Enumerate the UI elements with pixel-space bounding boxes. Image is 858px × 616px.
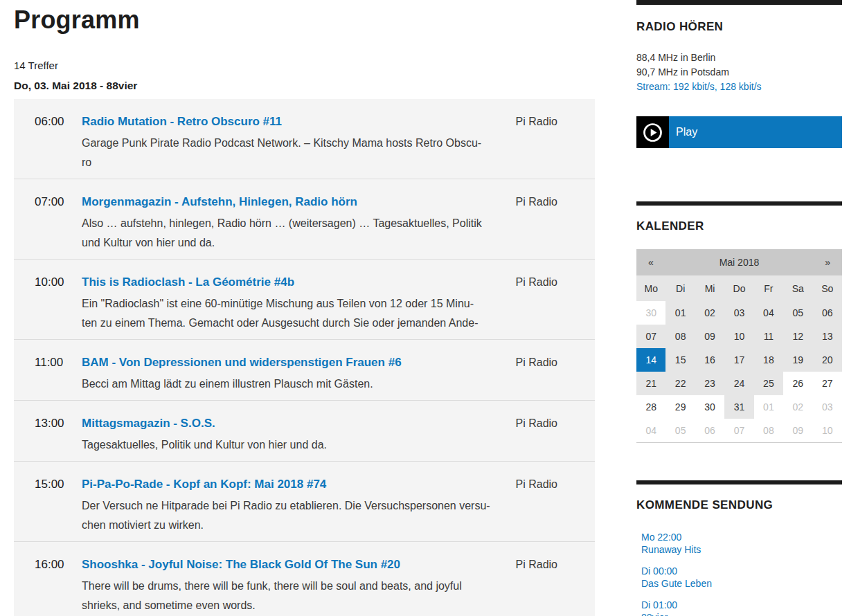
calendar-day[interactable]: 01 (665, 301, 695, 325)
entry-station: Pi Radio (516, 194, 557, 210)
calendar-day[interactable]: 03 (813, 395, 842, 419)
calendar-day[interactable]: 05 (665, 419, 695, 443)
entry-description: Becci am Mittag lädt zu einem illustren … (82, 374, 539, 394)
calendar-day[interactable]: 12 (783, 325, 812, 348)
program-entry: 10:00 This is Radioclash - La Géométrie … (14, 260, 595, 340)
calendar-day[interactable]: 06 (695, 419, 724, 443)
calendar-day[interactable]: 25 (754, 372, 783, 395)
date-heading: Do, 03. Mai 2018 - 88vier (14, 80, 595, 92)
program-entry: 15:00 Pi-Pa-Po-Rade - Kopf an Kopf: Mai … (14, 462, 595, 542)
entry-station: Pi Radio (516, 476, 557, 493)
calendar-day[interactable]: 27 (813, 372, 842, 395)
entry-title-link[interactable]: Pi-Pa-Po-Rade - Kopf an Kopf: Mai 2018 #… (82, 476, 516, 493)
frequency-berlin: 88,4 MHz in Berlin (636, 51, 842, 65)
calendar-dayname: Mo (636, 275, 665, 301)
program-entry: 11:00 BAM - Von Depressionen und widersp… (14, 340, 595, 401)
calendar-day[interactable]: 08 (665, 325, 695, 348)
kommende-sendung-heading: KOMMENDE SENDUNG (636, 498, 842, 512)
calendar-day[interactable]: 15 (665, 348, 695, 372)
calendar-day[interactable]: 17 (724, 348, 753, 372)
entry-time: 07:00 (35, 194, 82, 210)
calendar-day[interactable]: 02 (783, 395, 812, 419)
entry-time: 16:00 (35, 556, 82, 573)
calendar-dayname: Do (724, 275, 753, 301)
entry-title-link[interactable]: Mittagsmagazin - S.O.S. (82, 415, 516, 432)
upcoming-show-name: Runaway Hits (641, 543, 842, 556)
entry-title-link[interactable]: Radio Mutation - Retro Obscuro #11 (82, 114, 516, 130)
stream-links[interactable]: Stream: 192 kbit/s, 128 kbit/s (636, 80, 842, 94)
calendar-dayname: Fr (754, 275, 783, 301)
calendar-day[interactable]: 07 (724, 419, 753, 443)
calendar-day-selected[interactable]: 14 (636, 348, 665, 372)
calendar-day[interactable]: 19 (783, 348, 812, 372)
calendar-day[interactable]: 03 (724, 301, 753, 325)
upcoming-time: Di 01:00 (641, 599, 842, 611)
upcoming-item[interactable]: Di 00:00 Das Gute Leben (636, 565, 842, 590)
entry-station: Pi Radio (516, 274, 557, 291)
calendar-day[interactable]: 26 (783, 372, 812, 395)
calendar-day[interactable]: 21 (636, 372, 665, 395)
calendar-day[interactable]: 30 (636, 301, 665, 325)
calendar-day[interactable]: 20 (813, 348, 842, 372)
section-divider-bar (636, 480, 842, 484)
entry-description: There will be drums, there will be funk,… (82, 577, 539, 615)
calendar-day[interactable]: 23 (695, 372, 724, 395)
upcoming-show-name: 88vier (641, 611, 842, 616)
sidebar: RADIO HÖREN 88,4 MHz in Berlin 90,7 MHz … (636, 0, 842, 616)
calendar-day[interactable]: 11 (754, 325, 783, 348)
program-list: 06:00 Radio Mutation - Retro Obscuro #11… (14, 99, 595, 616)
calendar-day[interactable]: 10 (724, 325, 753, 348)
calendar-day[interactable]: 02 (695, 301, 724, 325)
upcoming-list: Mo 22:00 Runaway Hits Di 00:00 Das Gute … (636, 531, 842, 616)
calendar-day[interactable]: 04 (636, 419, 665, 443)
calendar-day[interactable]: 06 (813, 301, 842, 325)
entry-title-link[interactable]: This is Radioclash - La Géométrie #4b (82, 274, 516, 291)
calendar-prev-button[interactable]: « (636, 249, 665, 275)
entry-title-link[interactable]: Shooshka - Joyful Noise: The Black Gold … (82, 556, 516, 573)
entry-title-link[interactable]: BAM - Von Depressionen und widerspenstig… (82, 354, 516, 371)
program-entry: 13:00 Mittagsmagazin - S.O.S. Pi Radio T… (14, 401, 595, 462)
calendar-day[interactable]: 07 (636, 325, 665, 348)
calendar-day[interactable]: 28 (636, 395, 665, 419)
play-button[interactable]: Play (636, 116, 842, 148)
calendar-day[interactable]: 09 (695, 325, 724, 348)
program-entry: 06:00 Radio Mutation - Retro Obscuro #11… (14, 99, 595, 179)
calendar-day[interactable]: 08 (754, 419, 783, 443)
entry-time: 15:00 (35, 476, 82, 493)
calendar-day[interactable]: 29 (665, 395, 695, 419)
calendar-day[interactable]: 18 (754, 348, 783, 372)
calendar-day[interactable]: 16 (695, 348, 724, 372)
entry-description: Garage Punk Pirate Radio Podcast Network… (82, 134, 539, 172)
calendar-day[interactable]: 13 (813, 325, 842, 348)
entry-time: 11:00 (35, 354, 82, 371)
radio-hoeren-heading: RADIO HÖREN (636, 20, 842, 34)
results-count: 14 Treffer (14, 60, 595, 71)
calendar-month-label: Mai 2018 (665, 249, 812, 275)
calendar-day[interactable]: 10 (813, 419, 842, 443)
section-divider-bar (636, 201, 842, 206)
entry-description: Tagesaktuelles, Politik und Kultur von h… (82, 435, 539, 455)
upcoming-item[interactable]: Di 01:00 88vier (636, 599, 842, 616)
program-entry: 16:00 Shooshka - Joyful Noise: The Black… (14, 542, 595, 616)
calendar-next-button[interactable]: » (813, 249, 842, 275)
kalender-heading: KALENDER (636, 219, 842, 233)
calendar-day[interactable]: 22 (665, 372, 695, 395)
calendar-day[interactable]: 31 (724, 395, 753, 419)
entry-time: 13:00 (35, 415, 82, 432)
upcoming-item[interactable]: Mo 22:00 Runaway Hits (636, 531, 842, 556)
entry-title-link[interactable]: Morgenmagazin - Aufstehn, Hinlegen, Radi… (82, 194, 516, 210)
entry-description: Ein "Radioclash" ist eine 60-minütige Mi… (82, 294, 539, 333)
calendar: « Mai 2018 » Mo Di Mi Do Fr Sa So 30 01 … (636, 249, 842, 443)
calendar-day[interactable]: 01 (754, 395, 783, 419)
calendar-day[interactable]: 09 (783, 419, 812, 443)
calendar-day[interactable]: 05 (783, 301, 812, 325)
calendar-day[interactable]: 24 (724, 372, 753, 395)
frequency-potsdam: 90,7 MHz in Potsdam (636, 65, 842, 80)
entry-description: Also … aufstehn, hinlegen, Radio hörn … … (82, 214, 539, 253)
upcoming-show-name: Das Gute Leben (641, 577, 842, 590)
calendar-day[interactable]: 04 (754, 301, 783, 325)
calendar-dayname: Sa (783, 275, 812, 301)
program-entry: 07:00 Morgenmagazin - Aufstehn, Hinlegen… (14, 179, 595, 260)
calendar-day[interactable]: 30 (695, 395, 724, 419)
calendar-dayname: Di (665, 275, 695, 301)
